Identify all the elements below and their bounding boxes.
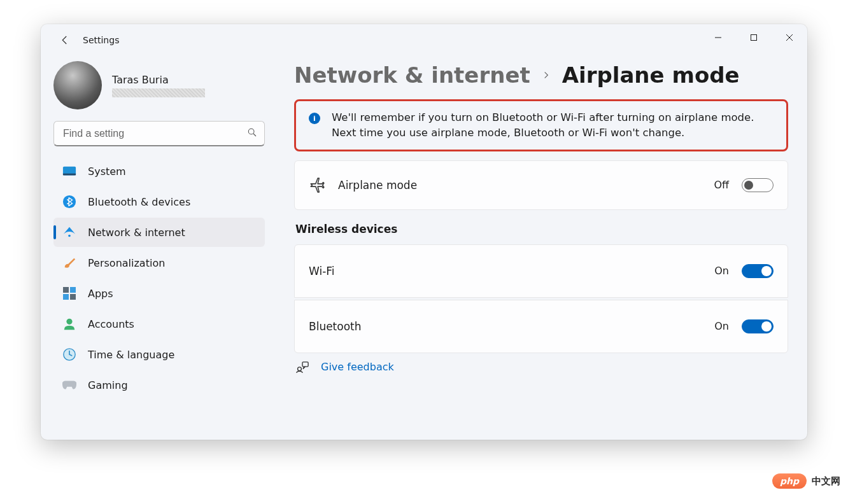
breadcrumb-current: Airplane mode (562, 62, 740, 88)
sidebar-item-label: Apps (88, 288, 113, 300)
sidebar-item-label: System (88, 165, 126, 178)
close-button[interactable] (772, 24, 807, 51)
nav-list: System Bluetooth & devices Network & int… (53, 157, 265, 400)
maximize-icon (750, 34, 758, 41)
wifi-state: On (714, 265, 729, 277)
wifi-toggle[interactable] (742, 264, 774, 278)
wireless-devices-header: Wireless devices (295, 223, 788, 235)
sidebar-item-system[interactable]: System (53, 157, 265, 186)
watermark-text: 中文网 (812, 475, 840, 487)
back-button[interactable] (52, 34, 78, 46)
sidebar-item-gaming[interactable]: Gaming (53, 370, 265, 400)
svg-line-5 (253, 134, 256, 136)
airplane-icon (309, 177, 325, 193)
sidebar-item-time[interactable]: Time & language (53, 340, 265, 369)
search-input[interactable] (53, 121, 265, 146)
svg-rect-13 (70, 294, 76, 300)
back-arrow-icon (59, 34, 71, 46)
window-body: Taras Buria System (41, 56, 807, 440)
feedback-label: Give feedback (321, 361, 394, 373)
svg-rect-17 (302, 362, 308, 367)
feedback-icon (295, 361, 309, 374)
brush-icon (62, 256, 76, 270)
chevron-right-icon (542, 69, 551, 82)
settings-window: Settings Taras Buria (41, 24, 807, 440)
sidebar-item-label: Personalization (88, 257, 165, 269)
breadcrumb: Network & internet Airplane mode (294, 62, 788, 88)
app-title: Settings (83, 35, 119, 45)
watermark: php 中文网 (772, 473, 840, 489)
search-icon (247, 127, 257, 140)
sidebar-item-label: Bluetooth & devices (88, 196, 190, 208)
svg-rect-10 (63, 287, 69, 293)
sidebar-item-label: Time & language (88, 349, 174, 361)
bluetooth-label: Bluetooth (309, 320, 702, 333)
bluetooth-icon (62, 195, 76, 209)
sidebar-item-bluetooth[interactable]: Bluetooth & devices (53, 187, 265, 216)
search-wrap (53, 121, 265, 146)
minimize-icon (714, 34, 722, 41)
close-icon (786, 34, 793, 41)
sidebar-item-label: Gaming (88, 379, 128, 391)
airplane-mode-card: Airplane mode Off (294, 160, 788, 210)
sidebar: Taras Buria System (41, 56, 275, 440)
window-controls (700, 24, 807, 51)
sidebar-item-apps[interactable]: Apps (53, 279, 265, 308)
feedback-link[interactable]: Give feedback (294, 361, 788, 374)
wifi-label: Wi-Fi (309, 265, 702, 277)
sidebar-item-personalization[interactable]: Personalization (53, 248, 265, 277)
minimize-button[interactable] (700, 24, 736, 51)
svg-point-16 (298, 367, 302, 371)
maximize-button[interactable] (736, 24, 772, 51)
svg-rect-1 (751, 35, 757, 41)
watermark-pill: php (772, 473, 807, 489)
sidebar-item-label: Network & internet (88, 227, 185, 239)
apps-icon (62, 286, 76, 300)
main-content: Network & internet Airplane mode i We'll… (275, 56, 807, 440)
titlebar: Settings (41, 24, 807, 56)
wifi-card: Wi-Fi On (294, 244, 788, 298)
svg-point-14 (66, 319, 72, 325)
wifi-icon (62, 225, 76, 239)
sidebar-item-network[interactable]: Network & internet (53, 218, 265, 247)
system-icon (62, 164, 76, 178)
airplane-mode-label: Airplane mode (338, 179, 701, 192)
svg-point-4 (248, 129, 254, 134)
profile-text: Taras Buria (112, 74, 205, 97)
bluetooth-state: On (714, 320, 729, 332)
gamepad-icon (62, 378, 76, 392)
info-text: We'll remember if you turn on Bluetooth … (332, 110, 774, 141)
wireless-card-stack: Wi-Fi On Bluetooth On (294, 244, 788, 353)
profile-block[interactable]: Taras Buria (53, 56, 265, 121)
sidebar-item-label: Accounts (88, 318, 134, 330)
bluetooth-card: Bluetooth On (294, 300, 788, 353)
airplane-mode-state: Off (714, 179, 729, 191)
svg-point-9 (68, 235, 71, 237)
airplane-mode-toggle[interactable] (742, 178, 774, 192)
profile-name: Taras Buria (112, 74, 205, 86)
svg-rect-12 (63, 294, 69, 300)
breadcrumb-parent[interactable]: Network & internet (294, 62, 530, 88)
svg-rect-7 (63, 174, 76, 176)
bluetooth-toggle[interactable] (742, 319, 774, 333)
avatar (53, 61, 102, 109)
info-icon: i (309, 113, 320, 124)
clock-icon (62, 347, 76, 361)
info-banner: i We'll remember if you turn on Bluetoot… (294, 99, 788, 151)
profile-email-redacted (112, 88, 205, 97)
sidebar-item-accounts[interactable]: Accounts (53, 309, 265, 339)
svg-rect-11 (70, 287, 76, 293)
person-icon (62, 317, 76, 331)
